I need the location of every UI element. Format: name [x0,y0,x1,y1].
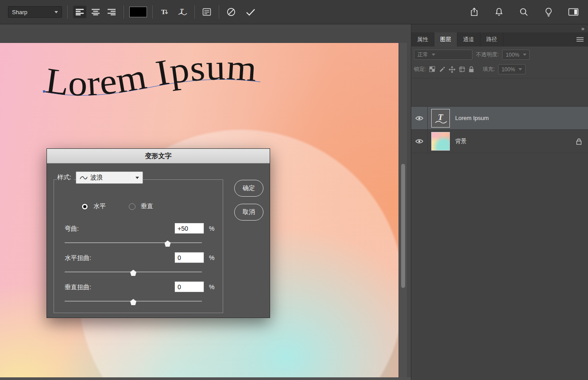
wave-style-icon [80,175,88,180]
toolbar-divider [219,5,219,19]
slider-thumb[interactable] [130,299,136,305]
h-distort-input[interactable] [174,252,204,263]
warp-style-dropdown[interactable]: 波浪 [76,171,143,184]
layer-row-text[interactable]: T Lorem Ipsum [411,106,588,130]
cancel-button[interactable]: 取消 [234,204,263,221]
bend-slider[interactable] [65,240,202,247]
share-button[interactable] [468,6,481,18]
lightbulb-icon [544,7,553,17]
vertical-scrollbar-thumb[interactable] [401,164,405,288]
blend-mode-row: 正常 不透明度: 100% [414,50,530,60]
style-label: 样式: [57,174,74,182]
lock-all-icon[interactable] [468,66,474,73]
discover-button[interactable] [542,6,555,18]
opacity-label: 不透明度: [476,51,499,58]
ok-button-label: 确定 [243,184,255,192]
search-icon [519,7,529,17]
blend-mode-dropdown[interactable]: 正常 [414,50,472,60]
align-left-button[interactable] [73,6,86,18]
warp-text-button[interactable]: T [176,6,189,18]
panel-toggle-icon [568,8,579,16]
tab-layers[interactable]: 图层 [434,32,457,47]
dialog-titlebar[interactable]: 变形文字 [47,149,270,163]
layer-row-background[interactable]: 背景 [411,130,588,153]
warp-text-dialog: 变形文字 样式: 波浪 水平 [46,148,270,318]
background-layer-thumbnail[interactable] [431,132,450,151]
tab-label: 图层 [440,36,451,43]
photoshop-window: Sharp [0,0,588,380]
notifications-button[interactable] [492,6,506,18]
lock-pixels-icon[interactable] [439,66,445,73]
bend-input[interactable] [174,223,204,234]
h-distort-slider[interactable] [65,269,202,276]
align-center-icon [91,8,100,16]
v-distort-input[interactable] [174,281,204,292]
text-layer-thumbnail[interactable]: T [431,109,450,128]
eye-icon [415,139,423,144]
warped-t-icon: T [433,110,449,126]
canvas-text[interactable]: Lorem Ipsum [43,47,258,104]
v-distort-slider[interactable] [65,298,202,305]
warp-text-icon: T [177,8,188,16]
share-icon [469,7,479,17]
panel-tab-bar: 属性 图层 通道 路径 [411,32,588,47]
svg-text:T: T [438,112,444,122]
horizontal-scrollbar[interactable] [0,377,411,380]
hamburger-menu-icon [576,37,584,42]
lock-label: 锁定: [414,66,426,73]
cancel-button-label: 取消 [243,208,255,216]
warped-text-svg: Lorem Ipsum [0,43,310,158]
orientation-vertical[interactable]: 垂直 [129,202,153,210]
eye-icon [415,116,423,121]
visibility-toggle[interactable] [411,130,428,153]
panel-top-strip: » [411,24,588,32]
slider-thumb[interactable] [165,240,171,247]
align-left-icon [75,8,84,16]
align-center-button[interactable] [89,6,102,18]
v-distort-label: 垂直扭曲: [65,283,91,291]
text-color-swatch[interactable] [129,7,147,17]
dialog-title: 变形文字 [145,152,172,160]
collapse-panels-button[interactable]: » [581,25,584,32]
toolbar-divider [124,5,124,19]
slider-track[interactable] [65,242,202,243]
align-right-button[interactable] [105,6,118,18]
layers-list: T Lorem Ipsum 背景 [411,106,588,153]
lock-position-icon[interactable] [449,66,456,73]
antialias-dropdown[interactable]: Sharp [8,6,62,18]
cancel-edits-button[interactable] [224,6,238,18]
tab-channels[interactable]: 通道 [457,32,480,47]
search-button[interactable] [517,6,530,18]
bend-unit: % [209,225,214,232]
antialias-value: Sharp [12,9,27,16]
ok-button[interactable]: 确定 [234,180,263,197]
toggle-panels-button[interactable] [200,6,213,18]
orientation-radios: 水平 垂直 [81,202,153,210]
layer-lock-icon [576,138,582,145]
opacity-dropdown[interactable]: 100% [502,50,530,60]
h-distort-label: 水平扭曲: [65,254,91,262]
radio-selected-icon [81,203,88,210]
text-orientation-button[interactable]: T [158,6,171,18]
chevron-down-icon [523,54,526,56]
workspace-panel-button[interactable] [567,6,580,18]
slider-thumb[interactable] [130,270,136,276]
vertical-scrollbar[interactable] [399,43,407,377]
bend-label: 弯曲: [65,225,79,233]
tab-paths[interactable]: 路径 [480,32,503,47]
layer-name: Lorem Ipsum [455,115,489,121]
svg-text:T: T [161,8,166,16]
lock-artboard-icon[interactable] [459,66,465,73]
h-distort-unit: % [209,254,214,261]
tab-properties[interactable]: 属性 [411,32,434,47]
fill-dropdown[interactable]: 100% [498,64,526,74]
toolbar-divider [152,5,153,19]
orientation-horizontal[interactable]: 水平 [81,202,106,210]
commit-edits-button[interactable] [244,6,257,18]
checkmark-icon [245,8,256,16]
lock-row: 锁定: 填充: 100% [414,64,526,74]
panel-menu-button[interactable] [572,32,588,47]
visibility-toggle[interactable] [411,107,428,129]
lock-transparency-icon[interactable] [429,66,436,73]
warp-style-value: 波浪 [90,174,103,182]
